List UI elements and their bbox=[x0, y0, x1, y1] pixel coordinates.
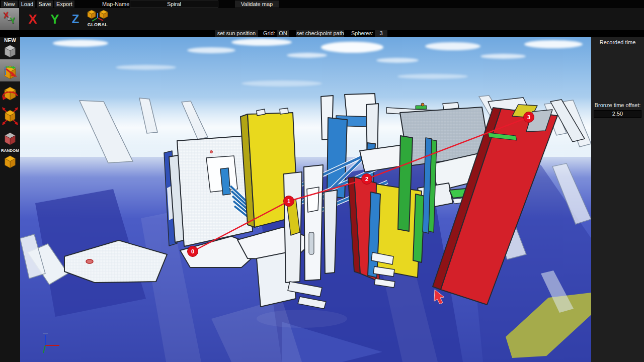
svg-text:0: 0 bbox=[191, 248, 194, 254]
tool-move[interactable] bbox=[0, 59, 20, 81]
export-button[interactable]: Export bbox=[54, 1, 74, 8]
axis-toolbar: X & Y X Y Z GLOBAL bbox=[0, 8, 644, 30]
new-block-label: NEW bbox=[0, 38, 20, 43]
global-cubes-icon bbox=[86, 9, 109, 23]
tool-delete[interactable] bbox=[0, 126, 20, 148]
save-button[interactable]: Save bbox=[37, 1, 53, 8]
options-toolbar: set sun position Grid: ON set checkpoint… bbox=[0, 30, 644, 37]
set-checkpoint-path-button[interactable]: set checkpoint path bbox=[296, 30, 344, 37]
menu-bar: New Load Save Export Map-Name: Spiral Va… bbox=[0, 0, 644, 8]
global-mode-button[interactable]: GLOBAL bbox=[84, 9, 111, 30]
random-block-label: RANDOM bbox=[0, 148, 20, 153]
move-tool-icon bbox=[2, 61, 19, 81]
checkpoint-marker[interactable]: 0 bbox=[188, 246, 198, 257]
axis-x-button[interactable]: X bbox=[25, 11, 40, 28]
bronze-time-offset-input[interactable]: 2.50 bbox=[594, 110, 641, 118]
load-button[interactable]: Load bbox=[19, 1, 35, 8]
tool-rotate[interactable] bbox=[0, 81, 20, 104]
delete-cube-icon bbox=[2, 130, 18, 148]
checkpoint-marker[interactable]: 1 bbox=[284, 196, 294, 207]
recorded-time-label: Recorded time bbox=[591, 39, 644, 45]
right-panel: Recorded time Bronze time offset: 2.50 bbox=[591, 37, 644, 362]
map-name-input[interactable]: Spiral bbox=[130, 1, 218, 8]
tool-scale[interactable] bbox=[0, 104, 20, 126]
checkpoint-marker[interactable]: 3 bbox=[524, 112, 534, 123]
svg-text:1: 1 bbox=[287, 198, 290, 204]
axis-xy-button[interactable]: X & Y bbox=[0, 8, 19, 30]
global-label: GLOBAL bbox=[84, 22, 111, 27]
bronze-time-offset-label: Bronze time offset: bbox=[591, 102, 644, 108]
map-editor-window: New Load Save Export Map-Name: Spiral Va… bbox=[0, 0, 644, 362]
axis-y-button[interactable]: Y bbox=[47, 11, 62, 28]
rotate-tool-icon bbox=[2, 83, 19, 104]
scale-tool-icon bbox=[2, 106, 19, 126]
grid-toggle-button[interactable]: ON bbox=[277, 30, 289, 37]
grid-label: Grid: bbox=[263, 30, 275, 37]
axis-z-button[interactable]: Z bbox=[68, 11, 83, 28]
new-button[interactable]: New bbox=[1, 1, 18, 8]
spheres-label: Spheres: bbox=[351, 30, 373, 37]
svg-text:3: 3 bbox=[527, 114, 530, 120]
map-name-label: Map-Name: bbox=[102, 1, 131, 8]
tool-random-block[interactable]: RANDOM bbox=[0, 148, 20, 170]
spheres-value[interactable]: 3 bbox=[375, 30, 387, 37]
svg-text:2: 2 bbox=[365, 176, 368, 182]
gray-cube-icon bbox=[2, 41, 18, 59]
tool-new-block[interactable]: NEW bbox=[0, 37, 20, 59]
set-sun-position-button[interactable]: set sun position bbox=[215, 30, 258, 37]
checkpoint-marker[interactable]: 2 bbox=[362, 174, 372, 185]
orange-cube-icon bbox=[2, 152, 18, 170]
tool-sidebar: NEW bbox=[0, 37, 20, 362]
axis-xy-y: Y bbox=[10, 16, 16, 25]
validate-map-button[interactable]: Validate map bbox=[235, 1, 279, 8]
main-area: NEW bbox=[0, 37, 644, 362]
scene-viewport[interactable]: 0123 bbox=[20, 37, 591, 362]
